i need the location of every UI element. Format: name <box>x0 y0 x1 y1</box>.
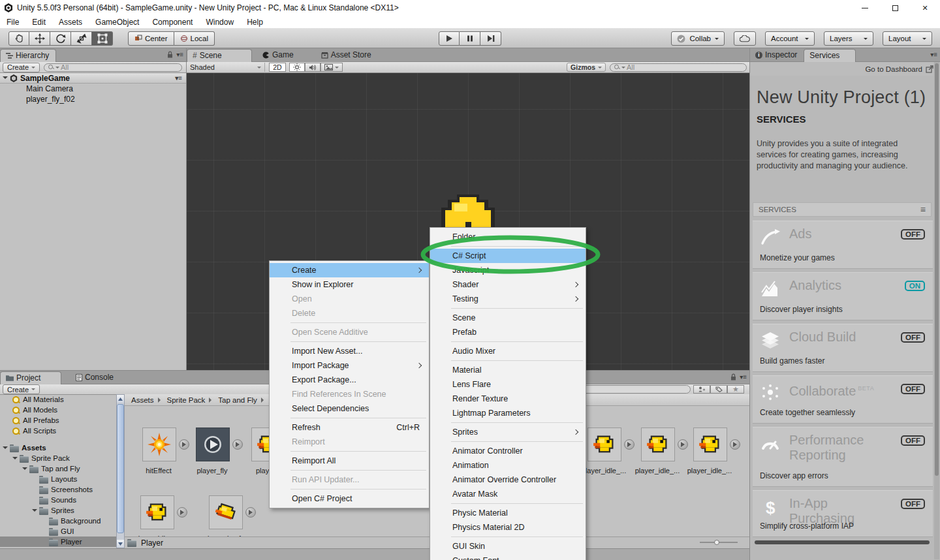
service-state-badge[interactable]: OFF <box>901 499 925 509</box>
breadcrumb-sprite-pack[interactable]: Sprite Pack <box>167 396 206 404</box>
lock-icon[interactable] <box>730 373 736 381</box>
asset-tile-player-idle[interactable] <box>693 428 727 461</box>
create-submenu-item-avatar-mask[interactable]: Avatar Mask <box>430 487 586 501</box>
expander-icon[interactable] <box>3 76 8 82</box>
player-sprite[interactable] <box>441 194 495 227</box>
menu-file[interactable]: File <box>0 16 25 28</box>
tab-inspector[interactable]: i Inspector <box>750 49 804 61</box>
hierarchy-item-player-fly-f02[interactable]: player_fly_f02 <box>0 94 186 104</box>
tree-folder-sprite-pack[interactable]: Sprite Pack <box>0 453 116 463</box>
service-state-badge[interactable]: OFF <box>901 332 925 343</box>
project-create-button[interactable]: Create <box>3 384 40 394</box>
tree-folder-layouts[interactable]: Layouts <box>0 474 116 484</box>
expander-icon[interactable] <box>3 446 8 452</box>
tab-hierarchy[interactable]: Hierarchy <box>0 49 56 62</box>
create-submenu-item-physic-material[interactable]: Physic Material <box>430 506 586 520</box>
scene-menu-icon[interactable]: ▾≡ <box>175 74 182 82</box>
effects-toggle-button[interactable] <box>321 63 343 72</box>
scene-header-row[interactable]: SampleGame ▾≡ <box>0 73 186 84</box>
2d-toggle-button[interactable]: 2D <box>269 63 286 72</box>
scene-search-input[interactable]: All <box>610 63 747 72</box>
services-vertical-scrollbar[interactable] <box>934 62 939 559</box>
tree-folder-sounds[interactable]: Sounds <box>0 495 116 505</box>
space-local-button[interactable]: Local <box>174 31 215 46</box>
context-menu-item-refresh[interactable]: RefreshCtrl+R <box>270 420 429 435</box>
menu-assets[interactable]: Assets <box>52 16 89 28</box>
context-menu-item-create[interactable]: Create <box>270 263 429 277</box>
search-by-label-button[interactable] <box>710 385 727 394</box>
gizmos-dropdown[interactable]: Gizmos <box>567 63 606 72</box>
service-card-ads[interactable]: AdsOFFMonetize your games <box>753 221 933 269</box>
cloud-button[interactable] <box>734 31 756 46</box>
menu-component[interactable]: Component <box>146 16 199 28</box>
pivot-center-button[interactable]: Center <box>128 31 174 46</box>
hierarchy-item-main-camera[interactable]: Main Camera <box>0 84 186 94</box>
tree-folder-player[interactable]: Player <box>0 537 116 547</box>
create-submenu-item-javascript[interactable]: Javascript <box>430 263 586 277</box>
service-state-badge[interactable]: ON <box>905 281 925 291</box>
tab-game[interactable]: Game <box>257 49 300 61</box>
service-card-performance-reporting[interactable]: Performance ReportingOFFDiscover app err… <box>753 427 933 487</box>
services-section-header[interactable]: SERVICES ≡ <box>753 202 932 217</box>
service-card-in-app-purchasing[interactable]: $In-App PurchasingOFFSimplify cross-plat… <box>753 490 933 537</box>
menu-window[interactable]: Window <box>199 16 240 28</box>
create-submenu-item-shader[interactable]: Shader <box>430 277 586 292</box>
project-tree-scrollbar[interactable] <box>116 394 125 548</box>
favorite-all-scripts[interactable]: All Scripts <box>0 426 116 436</box>
tab-console[interactable]: Console <box>70 371 120 384</box>
context-menu-item-reimport-all[interactable]: Reimport All <box>270 454 429 468</box>
layers-dropdown[interactable]: Layers <box>824 31 873 46</box>
favorite-all-prefabs[interactable]: All Prefabs <box>0 415 116 426</box>
expand-asset-icon[interactable] <box>245 507 256 518</box>
minimize-button[interactable] <box>850 0 880 16</box>
expand-asset-icon[interactable] <box>177 507 187 518</box>
tree-folder-assets[interactable]: Assets <box>0 443 116 453</box>
scale-tool-button[interactable] <box>71 31 92 46</box>
step-button[interactable] <box>480 31 501 46</box>
asset-tile-hiteffect[interactable] <box>142 428 176 461</box>
dashboard-link[interactable]: Go to Dashboard <box>865 65 922 73</box>
play-button[interactable] <box>439 31 460 46</box>
lock-icon[interactable] <box>167 51 173 58</box>
layout-dropdown[interactable]: Layout <box>883 31 932 46</box>
create-submenu-item-folder[interactable]: Folder <box>430 230 586 244</box>
expand-asset-icon[interactable] <box>678 439 688 450</box>
context-menu-item-export-package[interactable]: Export Package... <box>270 373 429 387</box>
expander-icon[interactable] <box>32 509 37 514</box>
menu-edit[interactable]: Edit <box>25 16 52 28</box>
rotate-tool-button[interactable] <box>50 31 71 46</box>
expand-asset-icon[interactable] <box>624 439 634 450</box>
context-menu-item-show-in-explorer[interactable]: Show in Explorer <box>270 277 429 292</box>
hand-tool-button[interactable] <box>8 31 29 46</box>
context-menu-item-select-dependencies[interactable]: Select Dependencies <box>270 401 429 416</box>
move-tool-button[interactable] <box>29 31 50 46</box>
service-card-collaborate[interactable]: CollaborateBETAOFFCreate together seamle… <box>753 375 933 424</box>
service-state-badge[interactable]: OFF <box>901 384 925 394</box>
breadcrumb-assets[interactable]: Assets <box>131 396 154 404</box>
collab-button[interactable]: Collab <box>671 31 725 46</box>
create-submenu-item-render-texture[interactable]: Render Texture <box>430 392 586 406</box>
service-state-badge[interactable]: OFF <box>901 435 925 446</box>
context-menu-item-open-c-project[interactable]: Open C# Project <box>270 491 429 506</box>
expand-asset-icon[interactable] <box>730 439 740 450</box>
create-submenu-item-physics-material-2d[interactable]: Physics Material 2D <box>430 520 586 535</box>
asset-tile-player-idle[interactable] <box>588 428 621 461</box>
service-card-analytics[interactable]: AnalyticsONDiscover player insights <box>753 272 933 320</box>
context-menu-item-import-package[interactable]: Import Package <box>270 358 429 373</box>
service-card-cloud-build[interactable]: Cloud BuildOFFBuild games faster <box>753 324 933 372</box>
audio-toggle-button[interactable] <box>305 63 321 72</box>
account-dropdown[interactable]: Account <box>765 31 815 46</box>
service-state-badge[interactable]: OFF <box>901 229 925 240</box>
tree-folder-screenshots[interactable]: Screenshots <box>0 484 116 495</box>
thumbnail-zoom-slider[interactable] <box>700 540 738 545</box>
tree-folder-gui[interactable]: GUI <box>0 526 116 537</box>
tab-asset-store[interactable]: Asset Store <box>316 49 378 61</box>
search-by-type-button[interactable] <box>693 385 710 394</box>
lighting-toggle-button[interactable] <box>289 63 305 72</box>
create-submenu-item-audio-mixer[interactable]: Audio Mixer <box>430 344 586 358</box>
favorite-all-models[interactable]: All Models <box>0 405 116 415</box>
tab-project[interactable]: Project <box>0 371 61 384</box>
create-submenu-item-custom-font[interactable]: Custom Font <box>430 553 586 560</box>
expander-icon[interactable] <box>12 457 18 462</box>
create-submenu-item-animation[interactable]: Animation <box>430 458 586 473</box>
